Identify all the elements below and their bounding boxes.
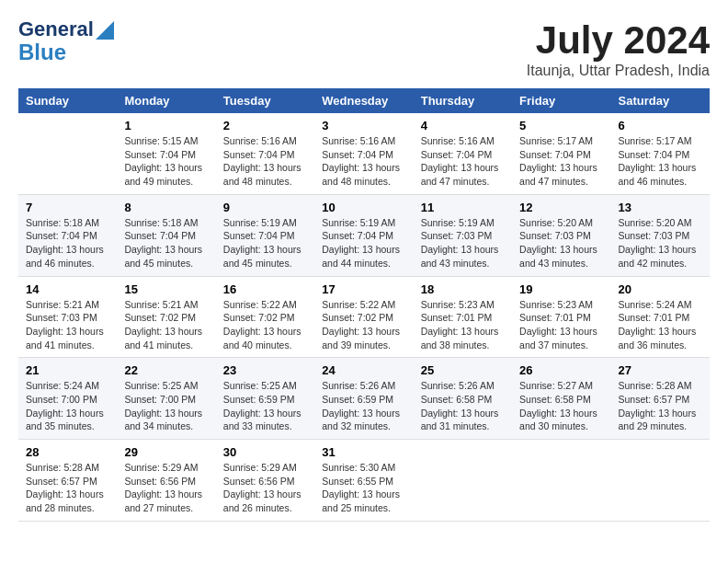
calendar-cell: 8 Sunrise: 5:18 AMSunset: 7:04 PMDayligh…	[117, 194, 215, 276]
calendar-cell: 7 Sunrise: 5:18 AMSunset: 7:04 PMDayligh…	[18, 194, 117, 276]
day-number: 28	[26, 445, 109, 459]
day-number: 4	[421, 119, 505, 132]
day-number: 27	[619, 363, 702, 377]
day-number: 10	[322, 201, 405, 214]
calendar-table: SundayMondayTuesdayWednesdayThursdayFrid…	[18, 88, 710, 522]
day-number: 23	[223, 363, 307, 377]
day-info: Sunrise: 5:29 AMSunset: 6:56 PMDaylight:…	[223, 461, 307, 515]
logo-icon	[96, 21, 114, 40]
calendar-cell: 5 Sunrise: 5:17 AMSunset: 7:04 PMDayligh…	[512, 113, 610, 194]
calendar-cell: 22 Sunrise: 5:25 AMSunset: 7:00 PMDaylig…	[117, 358, 215, 440]
day-number: 8	[124, 201, 208, 214]
location: Itaunja, Uttar Pradesh, India	[527, 63, 710, 79]
calendar-week-row: 21 Sunrise: 5:24 AMSunset: 7:00 PMDaylig…	[18, 358, 710, 440]
calendar-cell: 1 Sunrise: 5:15 AMSunset: 7:04 PMDayligh…	[117, 113, 215, 194]
day-info: Sunrise: 5:16 AMSunset: 7:04 PMDaylight:…	[421, 134, 505, 189]
day-number: 30	[223, 445, 307, 459]
day-info: Sunrise: 5:19 AMSunset: 7:04 PMDaylight:…	[322, 216, 405, 270]
day-info: Sunrise: 5:23 AMSunset: 7:01 PMDaylight:…	[421, 298, 505, 352]
day-info: Sunrise: 5:22 AMSunset: 7:02 PMDaylight:…	[322, 298, 405, 352]
calendar-cell: 9 Sunrise: 5:19 AMSunset: 7:04 PMDayligh…	[216, 194, 314, 276]
day-number: 6	[619, 119, 702, 132]
calendar-cell: 2 Sunrise: 5:16 AMSunset: 7:04 PMDayligh…	[216, 113, 314, 194]
day-number: 13	[619, 201, 702, 214]
calendar-cell: 16 Sunrise: 5:22 AMSunset: 7:02 PMDaylig…	[216, 276, 314, 358]
day-number: 20	[619, 282, 702, 296]
day-info: Sunrise: 5:18 AMSunset: 7:04 PMDaylight:…	[26, 216, 109, 270]
day-number: 15	[124, 282, 208, 296]
day-number: 24	[322, 363, 405, 377]
weekday-header-row: SundayMondayTuesdayWednesdayThursdayFrid…	[18, 88, 710, 113]
logo-general: General	[18, 18, 94, 40]
calendar-cell: 19 Sunrise: 5:23 AMSunset: 7:01 PMDaylig…	[512, 276, 610, 358]
day-info: Sunrise: 5:24 AMSunset: 7:00 PMDaylight:…	[26, 379, 109, 433]
calendar-cell: 31 Sunrise: 5:30 AMSunset: 6:55 PMDaylig…	[314, 440, 413, 522]
day-number: 21	[26, 363, 109, 377]
day-number: 19	[519, 282, 603, 296]
calendar-cell: 12 Sunrise: 5:20 AMSunset: 7:03 PMDaylig…	[512, 194, 610, 276]
calendar-cell: 27 Sunrise: 5:28 AMSunset: 6:57 PMDaylig…	[611, 358, 710, 440]
calendar-cell: 23 Sunrise: 5:25 AMSunset: 6:59 PMDaylig…	[216, 358, 314, 440]
day-number: 2	[223, 119, 307, 132]
calendar-cell: 29 Sunrise: 5:29 AMSunset: 6:56 PMDaylig…	[117, 440, 215, 522]
day-info: Sunrise: 5:26 AMSunset: 6:59 PMDaylight:…	[322, 379, 405, 433]
logo-blue: Blue	[18, 40, 66, 64]
day-info: Sunrise: 5:30 AMSunset: 6:55 PMDaylight:…	[322, 461, 405, 515]
day-info: Sunrise: 5:22 AMSunset: 7:02 PMDaylight:…	[223, 298, 307, 352]
calendar-cell: 10 Sunrise: 5:19 AMSunset: 7:04 PMDaylig…	[314, 194, 413, 276]
day-number: 11	[421, 201, 505, 214]
calendar-cell: 20 Sunrise: 5:24 AMSunset: 7:01 PMDaylig…	[611, 276, 710, 358]
weekday-header-thursday: Thursday	[414, 88, 512, 113]
day-info: Sunrise: 5:28 AMSunset: 6:57 PMDaylight:…	[619, 379, 702, 433]
day-info: Sunrise: 5:26 AMSunset: 6:58 PMDaylight:…	[421, 379, 505, 433]
calendar-cell: 25 Sunrise: 5:26 AMSunset: 6:58 PMDaylig…	[414, 358, 512, 440]
calendar-cell: 13 Sunrise: 5:20 AMSunset: 7:03 PMDaylig…	[611, 194, 710, 276]
day-info: Sunrise: 5:20 AMSunset: 7:03 PMDaylight:…	[619, 216, 702, 270]
day-number: 26	[519, 363, 603, 377]
weekday-header-monday: Monday	[117, 88, 215, 113]
logo: General Blue	[18, 18, 114, 65]
day-info: Sunrise: 5:25 AMSunset: 7:00 PMDaylight:…	[124, 379, 208, 433]
calendar-cell: 3 Sunrise: 5:16 AMSunset: 7:04 PMDayligh…	[314, 113, 413, 194]
day-info: Sunrise: 5:25 AMSunset: 6:59 PMDaylight:…	[223, 379, 307, 433]
calendar-week-row: 14 Sunrise: 5:21 AMSunset: 7:03 PMDaylig…	[18, 276, 710, 358]
calendar-week-row: 28 Sunrise: 5:28 AMSunset: 6:57 PMDaylig…	[18, 440, 710, 522]
day-info: Sunrise: 5:17 AMSunset: 7:04 PMDaylight:…	[619, 134, 702, 189]
calendar-cell: 26 Sunrise: 5:27 AMSunset: 6:58 PMDaylig…	[512, 358, 610, 440]
day-number: 17	[322, 282, 405, 296]
calendar-cell: 6 Sunrise: 5:17 AMSunset: 7:04 PMDayligh…	[611, 113, 710, 194]
day-info: Sunrise: 5:20 AMSunset: 7:03 PMDaylight:…	[519, 216, 603, 270]
calendar-cell: 30 Sunrise: 5:29 AMSunset: 6:56 PMDaylig…	[216, 440, 314, 522]
day-number: 14	[26, 282, 109, 296]
day-info: Sunrise: 5:17 AMSunset: 7:04 PMDaylight:…	[519, 134, 603, 189]
day-number: 3	[322, 119, 405, 132]
day-info: Sunrise: 5:16 AMSunset: 7:04 PMDaylight:…	[322, 134, 405, 189]
calendar-cell: 4 Sunrise: 5:16 AMSunset: 7:04 PMDayligh…	[414, 113, 512, 194]
day-number: 18	[421, 282, 505, 296]
weekday-header-saturday: Saturday	[611, 88, 710, 113]
day-number: 9	[223, 201, 307, 214]
calendar-cell: 11 Sunrise: 5:19 AMSunset: 7:03 PMDaylig…	[414, 194, 512, 276]
weekday-header-friday: Friday	[512, 88, 610, 113]
day-info: Sunrise: 5:16 AMSunset: 7:04 PMDaylight:…	[223, 134, 307, 189]
calendar-cell: 28 Sunrise: 5:28 AMSunset: 6:57 PMDaylig…	[18, 440, 117, 522]
weekday-header-wednesday: Wednesday	[314, 88, 413, 113]
calendar-cell: 18 Sunrise: 5:23 AMSunset: 7:01 PMDaylig…	[414, 276, 512, 358]
calendar-cell: 21 Sunrise: 5:24 AMSunset: 7:00 PMDaylig…	[18, 358, 117, 440]
day-info: Sunrise: 5:21 AMSunset: 7:03 PMDaylight:…	[26, 298, 109, 352]
calendar-cell: 14 Sunrise: 5:21 AMSunset: 7:03 PMDaylig…	[18, 276, 117, 358]
day-info: Sunrise: 5:19 AMSunset: 7:03 PMDaylight:…	[421, 216, 505, 270]
calendar-week-row: 7 Sunrise: 5:18 AMSunset: 7:04 PMDayligh…	[18, 194, 710, 276]
svg-marker-0	[96, 21, 114, 40]
day-info: Sunrise: 5:21 AMSunset: 7:02 PMDaylight:…	[124, 298, 208, 352]
day-number: 12	[519, 201, 603, 214]
calendar-cell	[18, 113, 117, 194]
day-info: Sunrise: 5:23 AMSunset: 7:01 PMDaylight:…	[519, 298, 603, 352]
calendar-cell	[414, 440, 512, 522]
calendar-cell: 24 Sunrise: 5:26 AMSunset: 6:59 PMDaylig…	[314, 358, 413, 440]
day-info: Sunrise: 5:15 AMSunset: 7:04 PMDaylight:…	[124, 134, 208, 189]
day-number: 25	[421, 363, 505, 377]
month-year: July 2024	[527, 18, 710, 63]
calendar-cell	[611, 440, 710, 522]
calendar-cell	[512, 440, 610, 522]
